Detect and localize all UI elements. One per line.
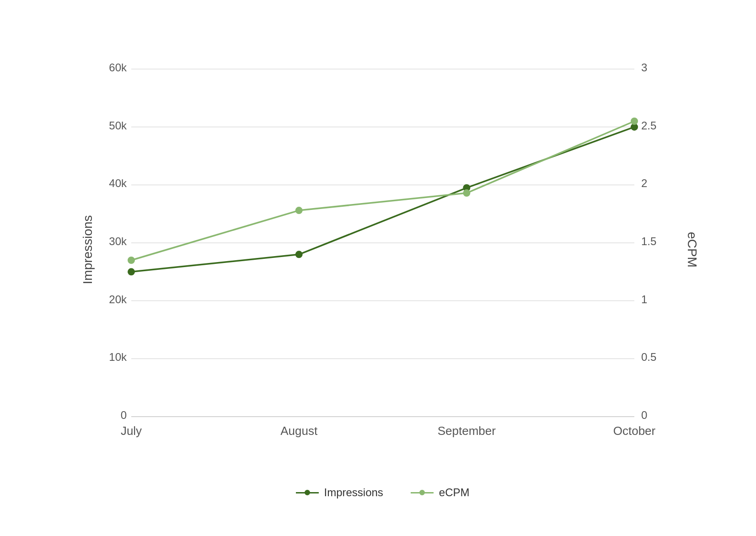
- svg-text:60k: 60k: [109, 61, 127, 74]
- svg-point-27: [295, 251, 302, 257]
- svg-text:2.5: 2.5: [641, 119, 656, 132]
- legend-ecpm-line: [411, 492, 434, 493]
- chart-container: Impressions eCPM 60k50k40k30k20k10k032.5…: [35, 28, 721, 508]
- legend-impressions-label: Impressions: [324, 486, 383, 499]
- legend-impressions-line: [295, 492, 318, 493]
- chart-legend: Impressions eCPM: [295, 486, 469, 499]
- svg-text:0.5: 0.5: [641, 351, 656, 363]
- svg-text:40k: 40k: [109, 177, 127, 189]
- svg-text:August: August: [280, 424, 318, 438]
- left-axis-label: Impressions: [80, 215, 95, 284]
- chart-svg: 60k50k40k30k20k10k032.521.510.50JulyAugu…: [90, 55, 676, 444]
- svg-text:20k: 20k: [109, 293, 127, 306]
- svg-text:3: 3: [641, 61, 647, 74]
- legend-impressions: Impressions: [295, 486, 383, 499]
- svg-text:July: July: [120, 424, 141, 438]
- chart-area: Impressions eCPM 60k50k40k30k20k10k032.5…: [90, 55, 676, 444]
- svg-point-30: [128, 257, 134, 263]
- svg-text:10k: 10k: [109, 351, 127, 363]
- svg-text:1: 1: [641, 293, 647, 306]
- svg-text:0: 0: [120, 409, 126, 421]
- legend-ecpm: eCPM: [411, 486, 470, 499]
- svg-text:1.5: 1.5: [641, 235, 656, 247]
- svg-point-26: [128, 268, 134, 275]
- svg-text:October: October: [613, 424, 655, 438]
- legend-ecpm-label: eCPM: [439, 486, 470, 499]
- svg-text:30k: 30k: [109, 235, 127, 247]
- svg-text:2: 2: [641, 177, 647, 189]
- svg-point-33: [631, 118, 638, 124]
- svg-point-31: [295, 207, 302, 214]
- svg-text:50k: 50k: [109, 119, 127, 132]
- svg-point-32: [463, 190, 470, 196]
- legend-ecpm-dot: [419, 490, 425, 495]
- legend-impressions-dot: [304, 490, 310, 495]
- right-axis-label: eCPM: [685, 232, 699, 268]
- svg-text:September: September: [437, 424, 496, 438]
- svg-text:0: 0: [641, 409, 647, 421]
